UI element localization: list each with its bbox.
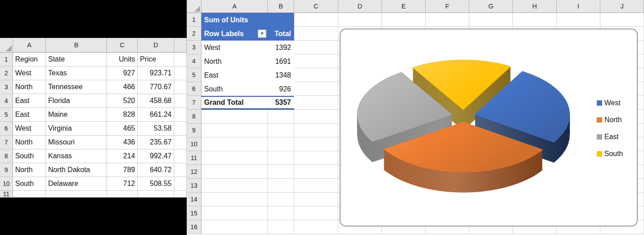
cell[interactable]: 520 [107,94,138,108]
cell[interactable] [174,177,187,191]
column-header-A[interactable]: A [13,38,46,53]
column-header-B[interactable]: B [46,38,107,53]
cell[interactable]: 712 [107,177,138,191]
select-all-corner[interactable] [187,0,201,13]
cell[interactable] [174,122,187,136]
cell[interactable]: South [13,149,46,163]
cell[interactable] [294,13,338,27]
column-header-F[interactable]: F [426,0,469,13]
cell[interactable]: 53.58 [138,122,174,136]
cell[interactable] [268,137,294,151]
cell[interactable] [268,179,294,193]
cell[interactable] [201,151,268,165]
cell[interactable] [294,82,338,96]
cell[interactable]: 661.24 [138,108,174,122]
column-header-A[interactable]: A [201,0,268,13]
legend-item-north[interactable]: North [597,111,623,128]
cell[interactable] [201,137,268,151]
total-header-cell[interactable]: Total [268,27,294,41]
pivot-row-label[interactable]: South [201,82,268,96]
cell[interactable] [268,124,294,137]
cell[interactable]: Maine [46,108,107,122]
cell[interactable] [469,13,513,27]
cell[interactable] [174,66,187,80]
cell[interactable]: North Dakota [46,163,107,177]
cell[interactable] [294,151,338,165]
column-header-D[interactable]: D [338,0,382,13]
cell[interactable] [201,193,268,206]
cell[interactable]: Region [13,53,46,66]
row-number[interactable]: 3 [187,41,201,54]
row-number[interactable]: 7 [0,136,13,149]
cell[interactable] [201,220,268,234]
row-number[interactable]: 9 [187,124,201,137]
cell[interactable]: 436 [107,136,138,149]
row-number[interactable]: 11 [187,151,201,165]
cell[interactable]: 214 [107,149,138,163]
cell[interactable] [174,94,187,108]
row-number[interactable]: 3 [0,80,13,94]
row-number[interactable]: 4 [187,54,201,68]
pivot-row-label[interactable]: West [201,41,268,54]
pivot-row-total[interactable]: 1348 [268,68,294,82]
cell[interactable] [174,53,187,66]
column-header-C[interactable]: C [294,0,338,13]
cell[interactable]: Units [107,53,138,66]
row-number[interactable]: 2 [0,66,13,80]
chart-area[interactable]: WestNorthEastSouth [340,29,638,227]
pivot-title[interactable]: Sum of Units [201,13,294,27]
cell[interactable]: West [13,122,46,136]
row-number[interactable]: 16 [187,220,201,234]
cell[interactable] [268,193,294,206]
row-number[interactable]: 7 [187,96,201,110]
row-number[interactable]: 6 [187,82,201,96]
cell[interactable]: North [13,136,46,149]
cell[interactable] [294,179,338,193]
cell[interactable]: State [46,53,107,66]
cell[interactable]: Missouri [46,136,107,149]
cell[interactable] [294,124,338,137]
cell[interactable] [294,54,338,68]
cell[interactable]: 465 [107,122,138,136]
cell[interactable]: 640.72 [138,163,174,177]
column-header-G[interactable]: G [469,0,513,13]
cell[interactable] [268,110,294,124]
row-number[interactable]: 1 [187,13,201,27]
cell[interactable]: 923.71 [138,66,174,80]
row-number[interactable]: 15 [187,206,201,220]
row-number[interactable]: 8 [187,110,201,124]
row-number[interactable]: 10 [0,177,13,191]
cell[interactable]: Delaware [46,177,107,191]
cell[interactable]: North [13,80,46,94]
legend-item-east[interactable]: East [597,128,623,145]
cell[interactable] [268,165,294,179]
legend-item-west[interactable]: West [597,95,623,111]
cell[interactable] [174,149,187,163]
cell[interactable] [294,137,338,151]
column-header-B[interactable]: B [268,0,294,13]
cell[interactable]: Kansas [46,149,107,163]
cell[interactable]: 828 [107,108,138,122]
cell[interactable] [201,124,268,137]
cell[interactable]: East [13,108,46,122]
cell[interactable] [201,206,268,220]
cell[interactable]: 927 [107,66,138,80]
cell[interactable] [513,13,557,27]
cell[interactable]: 458.68 [138,94,174,108]
legend-item-south[interactable]: South [597,145,623,162]
cell[interactable] [294,193,338,206]
cell[interactable] [426,13,469,27]
cell[interactable] [174,191,187,198]
cell[interactable]: North [13,163,46,177]
cell[interactable] [268,220,294,234]
cell[interactable] [557,13,600,27]
column-header-partial[interactable] [174,38,187,53]
cell[interactable] [294,96,338,110]
cell[interactable] [294,110,338,124]
column-header-J[interactable]: J [600,0,644,13]
row-number[interactable]: 8 [0,149,13,163]
cell[interactable]: South [13,177,46,191]
cell[interactable] [294,27,338,41]
cell[interactable] [201,165,268,179]
cell[interactable] [338,13,382,27]
